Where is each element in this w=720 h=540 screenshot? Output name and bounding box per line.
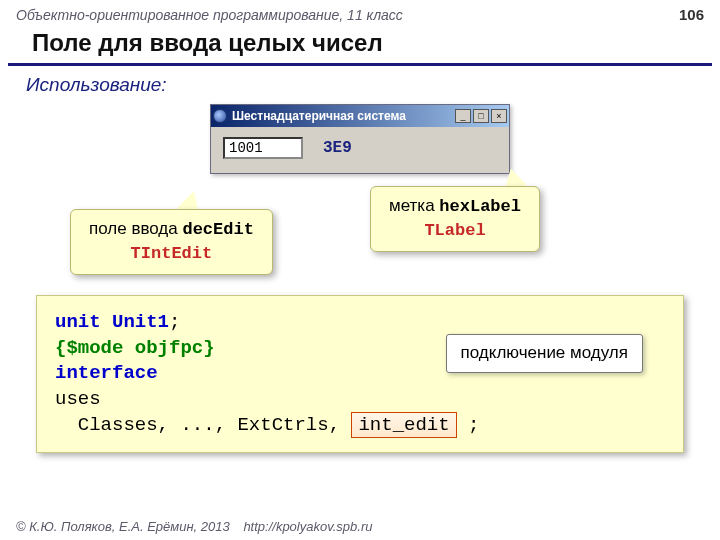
window-titlebar: Шестнадцатеричная система _ □ × — [211, 105, 509, 127]
window-icon — [213, 109, 227, 123]
page-title: Поле для ввода целых чисел — [8, 25, 712, 66]
callout-hexlabel: метка hexLabel TLabel — [370, 186, 540, 252]
maximize-button[interactable]: □ — [473, 109, 489, 123]
callout-module-connection: подключение модуля — [446, 334, 643, 373]
footer-link: http://kpolyakov.spb.ru — [243, 519, 372, 534]
callout-decedit: поле ввода decEdit TIntEdit — [70, 209, 273, 275]
close-button[interactable]: × — [491, 109, 507, 123]
window-caption: Шестнадцатеричная система — [232, 109, 453, 123]
module-highlight: int_edit — [351, 412, 456, 438]
dec-edit-input[interactable] — [223, 137, 303, 159]
copyright: © К.Ю. Поляков, Е.А. Ерёмин, 2013 — [16, 519, 230, 534]
demo-window: Шестнадцатеричная система _ □ × 3E9 — [210, 104, 510, 174]
footer: © К.Ю. Поляков, Е.А. Ерёмин, 2013 http:/… — [16, 519, 372, 534]
course-label: Объектно-ориентированное программировани… — [16, 7, 403, 23]
code-block: unit Unit1; {$mode objfpc} interface use… — [36, 295, 684, 453]
minimize-button[interactable]: _ — [455, 109, 471, 123]
page-number: 106 — [679, 6, 704, 23]
hex-label-output: 3E9 — [323, 139, 352, 157]
section-label: Использование: — [0, 66, 720, 96]
